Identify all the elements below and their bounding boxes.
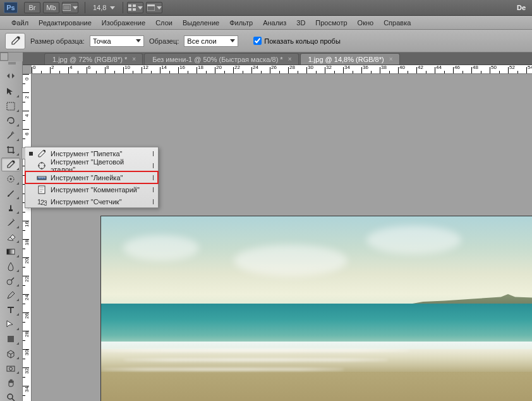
tool-arrange[interactable] [1,70,20,84]
mini-bridge-button[interactable]: Mb [43,2,59,13]
screen-icon [147,4,155,11]
tool-hand[interactable] [1,376,20,390]
sample-value: Все слои [187,37,216,45]
sample-size-value: Точка [93,37,111,45]
sample-size-select[interactable]: Точка [90,35,144,47]
show-ring-input[interactable] [253,37,262,45]
flyout-item-note[interactable]: Инструмент "Комментарий"I [25,183,158,195]
menu-view[interactable]: Просмотр [310,17,352,28]
tool-type[interactable] [1,303,20,317]
tool-camera[interactable] [1,361,20,375]
ruler-vertical[interactable]: 0246810121416182022242628303234363840 [23,74,32,401]
tab-label: 1.jpg @ 14,8% (RGB/8*) [308,56,384,63]
tool-blur[interactable] [1,259,20,273]
view-extras-button[interactable] [62,2,78,13]
eyedropper-icon [9,35,21,47]
history-icon [6,218,16,228]
svg-point-12 [10,178,12,180]
wand-icon [6,130,16,140]
canvas[interactable] [32,74,532,401]
tab-0[interactable]: 1.jpg @ 72% (RGB/8*) *× [44,53,143,65]
flyout-item-color-sampler[interactable]: Инструмент "Цветовой эталон"I [25,159,158,171]
eyedropper-icon [37,149,47,158]
tool-shape[interactable] [1,332,20,346]
svg-rect-1 [64,6,70,9]
flyout-item-ruler[interactable]: Инструмент "Линейка"I [25,171,158,183]
menu-window[interactable]: Окно [353,17,379,28]
svg-rect-4 [128,8,131,11]
menu-filter[interactable]: Фильтр [224,17,258,28]
menu-analysis[interactable]: Анализ [258,17,291,28]
marquee-icon [6,101,16,111]
pen-icon [6,290,16,300]
lasso-icon [6,116,16,126]
flyout-shortcut: I [148,198,154,206]
tab-label: 1.jpg @ 72% (RGB/8*) * [52,56,127,63]
ruler-horizontal[interactable]: 0246810121416182022242628303234363840424… [32,65,532,74]
count-icon: 123 [37,197,47,206]
tool-lasso[interactable] [1,114,20,128]
arrange-docs-button[interactable] [127,2,143,13]
tab-1[interactable]: Без имени-1 @ 50% (Быстрая маска/8) *× [144,53,298,65]
palette-grip[interactable] [1,62,20,70]
tool-marquee[interactable] [1,99,20,113]
show-ring-checkbox[interactable]: Показать кольцо пробы [253,37,341,45]
camera-icon [6,363,16,373]
current-tool-preview[interactable] [5,33,25,49]
svg-rect-7 [147,4,155,6]
tool-history[interactable] [1,216,20,230]
tool-3d[interactable] [1,347,20,361]
flyout-shortcut: I [148,150,154,157]
zoom-level[interactable]: 14,8 [93,4,106,11]
flyout-shortcut: I [148,174,154,182]
svg-rect-2 [128,4,131,7]
zoom-dropdown-icon[interactable] [110,6,115,9]
tool-dodge[interactable] [1,274,20,288]
tool-brush[interactable] [1,187,20,200]
options-bar: Размер образца: Точка Образец: Все слои … [0,30,532,52]
tool-move[interactable] [1,85,20,99]
workspace-label[interactable]: De [517,4,526,11]
close-icon[interactable]: × [287,56,293,63]
flyout-item-count[interactable]: 123Инструмент "Счетчик"I [25,195,158,207]
tool-stamp[interactable] [1,201,20,215]
tool-zoom[interactable] [1,390,20,401]
flyout-shortcut: I [148,186,154,194]
menu-edit[interactable]: Редактирование [33,17,97,28]
tab-2[interactable]: 1.jpg @ 14,8% (RGB/8*)× [300,53,400,65]
type-icon [6,305,16,315]
tool-eyedropper[interactable] [1,157,20,171]
close-icon[interactable]: × [131,56,137,63]
blur-icon [6,261,16,271]
filmstrip-icon [63,4,71,11]
tool-path[interactable] [1,318,20,331]
tool-gradient[interactable] [1,245,20,259]
3d-icon [6,349,16,359]
grip-icon [6,61,16,71]
menu-layer[interactable]: Слои [150,17,178,28]
menu-image[interactable]: Изображение [97,17,150,28]
gradient-icon [6,247,16,257]
screen-mode-button[interactable] [146,2,162,13]
flyout-label: Инструмент "Комментарий" [51,186,148,194]
tool-heal[interactable] [1,172,20,186]
title-bar: Ps Br Mb 14,8 De [0,0,532,16]
menu-select[interactable]: Выделение [178,17,224,28]
sample-label: Образец: [149,37,179,45]
menu-bar: Файл Редактирование Изображение Слои Выд… [0,16,532,30]
bridge-button[interactable]: Br [24,2,40,13]
menu-3d[interactable]: 3D [291,17,310,28]
tool-wand[interactable] [1,128,20,142]
tool-pen[interactable] [1,288,20,302]
sample-select[interactable]: Все слои [184,35,238,47]
chevron-down-icon [136,39,141,42]
menu-help[interactable]: Справка [378,17,416,28]
shape-icon [6,334,16,344]
move-icon [6,87,16,97]
tool-flyout-menu: Инструмент "Пипетка"IИнструмент "Цветово… [25,147,159,208]
color-sampler-icon [37,161,47,170]
menu-file[interactable]: Файл [6,17,33,28]
close-icon[interactable]: × [388,56,394,63]
tool-eraser[interactable] [1,230,20,244]
tool-crop[interactable] [1,143,20,157]
